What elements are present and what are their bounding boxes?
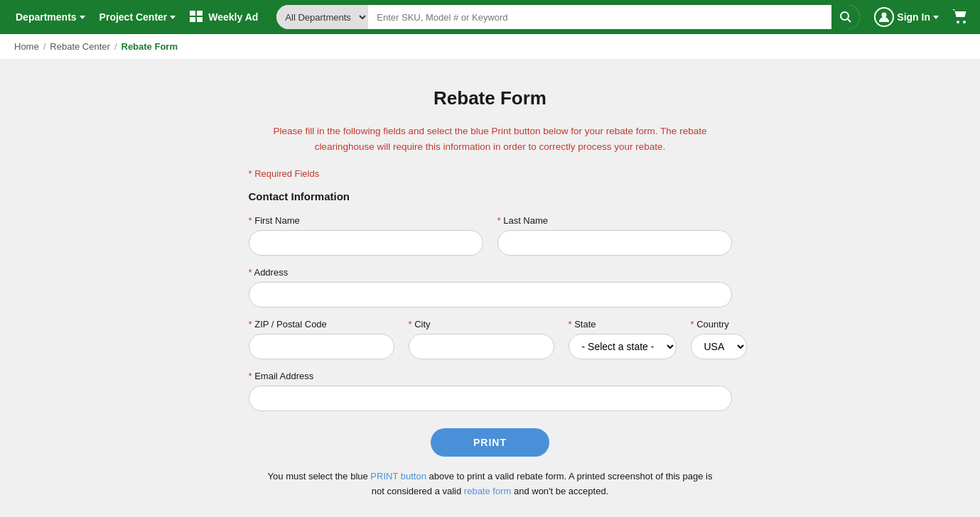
- state-group: * State - Select a state -: [569, 319, 677, 359]
- svg-point-7: [957, 21, 959, 23]
- svg-rect-3: [197, 17, 203, 22]
- breadcrumb-current: Rebate Form: [122, 41, 178, 52]
- cart-button[interactable]: [952, 9, 969, 26]
- first-name-group: * First Name: [249, 215, 483, 256]
- weekly-ad-label: Weekly Ad: [208, 11, 258, 23]
- last-name-input[interactable]: [497, 230, 732, 256]
- email-label: * Email Address: [249, 371, 732, 381]
- first-name-input[interactable]: [249, 230, 483, 256]
- sign-in-area[interactable]: Sign In: [874, 7, 939, 27]
- print-note: You must select the blue PRINT button ab…: [263, 469, 718, 499]
- address-input[interactable]: [249, 282, 732, 308]
- search-icon: [840, 11, 851, 23]
- user-icon: [874, 7, 894, 27]
- breadcrumb-rebate-center[interactable]: Rebate Center: [50, 41, 110, 52]
- svg-point-4: [841, 12, 849, 20]
- svg-point-8: [963, 21, 966, 23]
- form-title: Rebate Form: [249, 87, 732, 109]
- departments-nav[interactable]: Departments: [11, 11, 90, 23]
- contact-section-title: Contact Information: [249, 190, 732, 202]
- name-row: * First Name * Last Name: [249, 215, 732, 256]
- main-content: Rebate Form Please fill in the following…: [0, 59, 980, 517]
- weekly-ad-grid-icon: [190, 11, 203, 24]
- country-group: * Country USA: [691, 319, 747, 359]
- sign-in-chevron-icon: [933, 16, 939, 19]
- svg-point-6: [882, 13, 887, 18]
- breadcrumb: Home / Rebate Center / Rebate Form: [0, 34, 980, 59]
- address-row: * Address: [249, 267, 732, 308]
- search-button[interactable]: [831, 5, 860, 29]
- project-center-chevron-icon: [170, 16, 176, 19]
- form-description: Please fill in the following fields and …: [270, 124, 711, 154]
- zip-input[interactable]: [249, 334, 394, 359]
- svg-rect-1: [197, 11, 203, 16]
- address-group: * Address: [249, 267, 732, 308]
- main-header: Departments Project Center Weekly Ad All…: [0, 0, 980, 34]
- state-label: * State: [569, 319, 677, 330]
- rebate-form-container: Rebate Form Please fill in the following…: [220, 59, 760, 517]
- search-bar: All Departments: [276, 5, 860, 29]
- svg-rect-0: [190, 11, 195, 16]
- required-note: * Required Fields: [249, 168, 732, 179]
- email-group: * Email Address: [249, 371, 732, 411]
- zip-group: * ZIP / Postal Code: [249, 319, 394, 359]
- last-name-label: * Last Name: [497, 215, 732, 226]
- department-select[interactable]: All Departments: [276, 5, 368, 29]
- location-row: * ZIP / Postal Code * City * State - Sel…: [249, 319, 732, 359]
- print-highlight: PRINT button: [370, 471, 426, 481]
- last-name-group: * Last Name: [497, 215, 732, 256]
- print-button[interactable]: PRINT: [431, 428, 549, 457]
- breadcrumb-sep-2: /: [114, 41, 117, 52]
- departments-chevron-icon: [80, 16, 85, 19]
- sign-in-label: Sign In: [897, 11, 930, 23]
- search-input[interactable]: [368, 5, 831, 29]
- weekly-ad-nav[interactable]: Weekly Ad: [185, 11, 262, 24]
- email-input[interactable]: [249, 386, 732, 411]
- city-group: * City: [409, 319, 554, 359]
- breadcrumb-home[interactable]: Home: [14, 41, 39, 52]
- address-label: * Address: [249, 267, 732, 278]
- email-row: * Email Address: [249, 371, 732, 411]
- project-center-label: Project Center: [99, 11, 168, 23]
- first-name-label: * First Name: [249, 215, 483, 226]
- state-select[interactable]: - Select a state -: [569, 334, 677, 359]
- country-label: * Country: [691, 319, 747, 330]
- rebate-highlight: rebate form: [464, 486, 511, 496]
- departments-label: Departments: [16, 11, 77, 23]
- city-label: * City: [409, 319, 554, 330]
- country-select[interactable]: USA: [691, 334, 747, 359]
- svg-line-5: [848, 19, 851, 23]
- project-center-nav[interactable]: Project Center: [95, 11, 181, 23]
- city-input[interactable]: [409, 334, 554, 359]
- svg-rect-2: [190, 17, 195, 22]
- zip-label: * ZIP / Postal Code: [249, 319, 394, 330]
- cart-icon: [952, 9, 969, 24]
- breadcrumb-sep-1: /: [43, 41, 46, 52]
